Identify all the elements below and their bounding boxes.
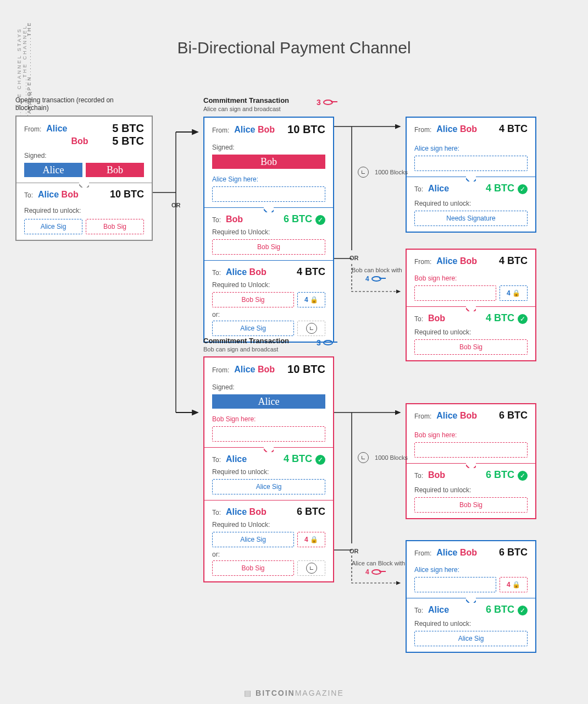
r4-to: To: — [414, 607, 423, 614]
r1-sign-here: Alice sign here: — [414, 145, 528, 152]
r2-to: To: — [414, 315, 423, 323]
open-alice-sig-slot: Alice Sig — [24, 219, 82, 234]
from-label-ac: From: — [212, 127, 229, 134]
open-total: 10 BTC — [110, 189, 144, 200]
r2-alice: Alice — [436, 256, 457, 266]
ac-bob-sig-slot: Bob Sig — [212, 239, 325, 255]
to-label: To: — [24, 191, 33, 199]
r3-bob-sig: Bob Sig — [414, 497, 528, 513]
bc-to2: To: — [212, 509, 221, 516]
r1-needs-sig: Needs Signature — [414, 211, 528, 226]
open-required: Required to unlock: — [24, 207, 144, 215]
ac-alice-sig-slot: Alice Sig — [212, 321, 294, 336]
blocks-top: 1000 Blocks — [358, 167, 408, 178]
bc-alice-sig-slot: Alice Sig — [212, 479, 325, 494]
r2-bob: Bob — [460, 256, 477, 266]
from-bob: Bob — [71, 136, 88, 146]
ac-to1: To: — [212, 216, 221, 224]
bob-block-label: Bob can block with — [352, 267, 402, 273]
r4-alice: Alice — [436, 548, 457, 557]
key-badge-blue-4: 4 — [365, 275, 381, 283]
ac-lock4-blue: 4 🔒 — [297, 292, 325, 307]
r2-from: From: — [414, 258, 431, 266]
r3-req: Required to unlock: — [414, 486, 528, 494]
check-icon: ✓ — [315, 455, 325, 465]
clock-icon — [358, 167, 369, 178]
r1-from: From: — [414, 126, 431, 134]
bc-req1: Required to unlock: — [212, 468, 325, 476]
bc-req2: Required to Unlock: — [212, 521, 325, 529]
ac-shared-out: 4 BTC — [297, 266, 325, 278]
r3-alice: Alice — [436, 411, 457, 420]
r4-sign-slot — [414, 577, 496, 592]
clock-icon — [306, 323, 317, 334]
ac-bob: Bob — [258, 125, 275, 134]
bc-bob-sign-here: Bob Sign here: — [212, 415, 325, 423]
alice-commit-sub: Alice can sign and broadcast — [203, 106, 281, 112]
from-alice: Alice — [46, 124, 67, 133]
ac-req1: Required to Unlock: — [212, 228, 325, 236]
r4-req: Required to unlock: — [414, 620, 528, 628]
ac-to-bob: Bob — [226, 215, 243, 224]
open-alice-sig: Alice — [24, 163, 82, 177]
ac-alice-sign-slot — [212, 186, 325, 202]
r4-from: From: — [414, 549, 431, 557]
r3-from: From: — [414, 413, 431, 420]
ac-alice-sign-here: Alice Sign here: — [212, 175, 325, 183]
bc-to-alice: Alice — [226, 454, 247, 464]
ac-bob-sig-slot2: Bob Sig — [212, 292, 294, 307]
bc-alice-sig-slot2: Alice Sig — [212, 532, 294, 547]
ac-clock-slot — [297, 321, 325, 336]
r1-bob: Bob — [460, 124, 477, 134]
key-badge-red-4: 4 — [365, 568, 381, 576]
open-bob-sig-slot: Bob Sig — [86, 219, 144, 234]
r3-amt: 6 BTC — [499, 410, 528, 421]
r4-to-alice: Alice — [428, 605, 449, 614]
r2-amt: 4 BTC — [499, 255, 528, 267]
to-bob: Bob — [62, 190, 79, 199]
r1-alice: Alice — [436, 124, 457, 134]
bob-commit-sub: Bob can sign and broadcast — [203, 346, 278, 353]
r3-bob: Bob — [460, 411, 477, 420]
page-title: Bi-Directional Payment Channel — [0, 38, 588, 57]
or-label-r1: OR — [350, 255, 359, 261]
r3-sign-slot — [414, 442, 528, 458]
ac-req2: Required to Unlock: — [212, 281, 325, 289]
ac-bob-sig: Bob — [212, 155, 325, 169]
bc-bob-sign-slot — [212, 426, 325, 442]
bc-shared-out: 6 BTC — [297, 506, 325, 518]
bob-commit-title: Commitment Transaction — [203, 337, 289, 345]
bc-to-alice2: Alice — [226, 507, 247, 516]
check-icon: ✓ — [518, 184, 528, 194]
r2-lock4: 4 🔒 — [500, 285, 528, 301]
r1-to: To: — [414, 185, 423, 193]
bc-alice-sig: Alice — [212, 394, 325, 409]
alice-commit-title: Commitment Transaction — [203, 96, 289, 105]
ac-to-alice: Alice — [226, 267, 247, 277]
open-bob-amt: 5 BTC — [112, 135, 144, 147]
bc-lock4-red: 4 🔒 — [297, 532, 325, 547]
opening-tx-label: Opening transaction (recorded on blockch… — [15, 96, 142, 112]
open-bob-sig: Bob — [86, 163, 144, 177]
ac-alice: Alice — [234, 125, 255, 134]
check-icon: ✓ — [518, 314, 528, 324]
bc-signed: Signed: — [212, 383, 325, 391]
r2-req: Required to unlock: — [414, 328, 528, 336]
r3-out: 6 BTC — [486, 469, 514, 480]
r2-sign-slot — [414, 285, 496, 301]
bc-alice: Alice — [234, 365, 255, 374]
ac-to-bob2: Bob — [249, 267, 267, 277]
r2-to-bob: Bob — [428, 314, 445, 323]
to-alice: Alice — [38, 190, 59, 199]
brand-footer: ▤ BITCOINMAGAZINE — [0, 689, 588, 697]
r4-sign-here: Alice sign here: — [414, 566, 528, 574]
or-label-left: OR — [171, 202, 181, 208]
check-icon: ✓ — [518, 471, 528, 481]
bc-from: From: — [212, 366, 229, 374]
signed-label: Signed: — [24, 152, 144, 160]
alice-block-label: Alice can Block with — [352, 560, 405, 566]
key-badge-red-3: 3 — [317, 98, 333, 107]
r1-amt: 4 BTC — [499, 123, 528, 135]
key-badge-blue-3: 3 — [317, 338, 333, 347]
bc-to1: To: — [212, 456, 221, 464]
